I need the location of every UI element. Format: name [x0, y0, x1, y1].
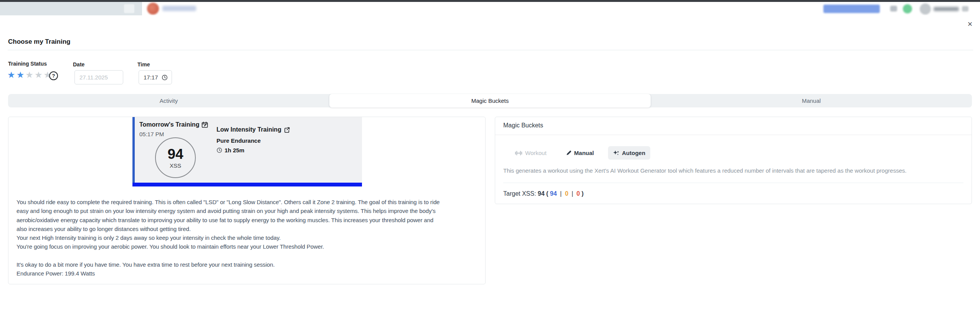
target-divider [503, 183, 963, 183]
workout-mode-label: Workout [525, 150, 547, 156]
card-title: Tomorrow's Training [139, 121, 199, 128]
advice-line: also increases your ability to go longer… [17, 224, 479, 233]
separator: | [570, 190, 575, 197]
xss-circle: 94 XSS [155, 137, 196, 178]
autogen-description: This generates a workout using the Xert'… [503, 167, 964, 174]
navbar-caret-blurred [962, 6, 968, 12]
workout-name: Low Intensity Training [216, 126, 281, 133]
menu-toggle-blurred [124, 4, 134, 13]
magic-buckets-panel: Magic Buckets Workout Manual [495, 117, 972, 204]
target-xss-label: Target XSS: [503, 190, 536, 197]
sparkles-icon [613, 150, 619, 156]
star-icon[interactable]: ★ [7, 70, 17, 80]
training-status-label: Training Status [8, 61, 47, 67]
navbar-left-section [0, 2, 142, 15]
target-xss-peak: 0 [577, 190, 580, 197]
tab-activity[interactable]: Activity [8, 94, 329, 107]
star-icon[interactable]: ★ [25, 70, 35, 80]
time-value: 17:17 [144, 74, 158, 81]
time-label: Time [137, 61, 150, 68]
xss-value: 94 [167, 147, 183, 162]
training-detail-panel: Tomorrow's Training 05:17 PM 94 XSS Low … [8, 117, 486, 284]
star-icon[interactable]: ★ [35, 70, 44, 80]
paren-close: ) [582, 190, 583, 197]
advice-line: You're going focus on improving your aer… [17, 242, 479, 251]
separator: | [559, 190, 563, 197]
generation-mode-group: Workout Manual Autogen [510, 146, 650, 160]
help-icon[interactable]: ? [49, 71, 58, 80]
clock-icon [162, 74, 168, 81]
navbar-text-blurred [162, 6, 196, 11]
advice-line: You should ride easy to complete the req… [17, 198, 479, 206]
edit-calendar-icon[interactable] [202, 122, 208, 128]
choose-training-modal: × Choose my Training Training Status Dat… [0, 15, 980, 325]
card-scheduled-time: 05:17 PM [139, 131, 164, 137]
navbar-icon-blurred [890, 6, 897, 12]
xss-unit-label: XSS [170, 162, 181, 169]
training-status-rating[interactable]: ★★★★★ [7, 70, 53, 80]
navbar-primary-button-blurred [823, 5, 880, 13]
user-name-blurred [934, 7, 959, 11]
user-avatar-blurred [920, 3, 931, 15]
autogen-mode-button[interactable]: Autogen [608, 146, 650, 160]
target-xss-total: 94 [538, 190, 545, 197]
header-divider [495, 135, 972, 135]
tab-manual[interactable]: Manual [651, 94, 972, 107]
advice-line: easy and long enough to put strain on yo… [17, 206, 479, 215]
advice-line: aerobic/oxidative energy capacity which … [17, 216, 479, 224]
tab-magic-buckets[interactable]: Magic Buckets [329, 94, 651, 107]
dumbbell-icon [515, 150, 522, 156]
title-divider [8, 50, 973, 50]
autogen-mode-label: Autogen [622, 150, 645, 156]
magic-buckets-title: Magic Buckets [503, 122, 543, 129]
manual-mode-button[interactable]: Manual [561, 146, 599, 160]
date-input[interactable] [75, 74, 123, 81]
advice-line [17, 251, 479, 260]
modal-title: Choose my Training [8, 38, 70, 46]
date-label: Date [73, 61, 84, 68]
time-input[interactable]: 17:17 [139, 70, 172, 84]
card-progress-bar [132, 183, 362, 186]
advice-line: Your next High Intensity training is onl… [17, 233, 479, 242]
advice-line: Endurance Power: 199.4 Watts [17, 269, 479, 278]
tomorrows-training-card: Tomorrow's Training 05:17 PM 94 XSS Low … [132, 117, 362, 186]
target-xss-high: 0 [565, 190, 568, 197]
status-dot-blurred [903, 4, 912, 13]
target-xss-low: 94 [550, 190, 557, 197]
duration-value: 1h 25m [225, 147, 245, 153]
date-field-box [74, 70, 123, 84]
star-icon[interactable]: ★ [17, 70, 26, 80]
pencil-icon [566, 150, 572, 156]
duration-clock-icon [216, 147, 222, 153]
external-link-icon[interactable] [284, 127, 290, 133]
manual-mode-label: Manual [574, 150, 594, 156]
close-icon[interactable]: × [965, 19, 975, 29]
advice-line: It's okay to do a bit more if you have t… [17, 260, 479, 269]
paren-open: ( [546, 190, 548, 197]
app-navbar-background [0, 2, 980, 16]
training-mode-tabbar: Activity Magic Buckets Manual [8, 94, 972, 107]
workout-mode-button[interactable]: Workout [510, 146, 552, 160]
training-advice-text: You should ride easy to complete the req… [17, 198, 479, 278]
focus-type: Pure Endurance [216, 137, 290, 144]
target-xss-line: Target XSS: 94 ( 94 | 0 | 0 ) [503, 190, 583, 197]
app-logo-blurred [147, 3, 159, 15]
workout-link[interactable]: Low Intensity Training [216, 126, 290, 133]
